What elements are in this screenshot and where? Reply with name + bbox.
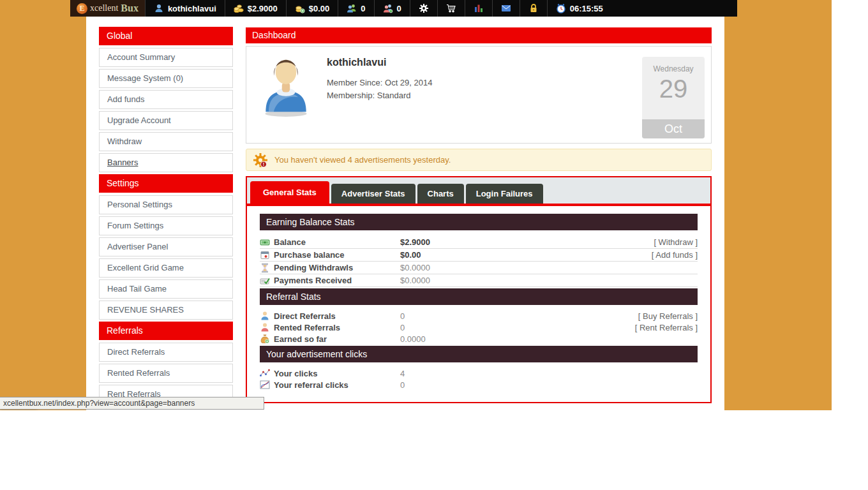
pending-withdrawals-value: $0.0000 <box>400 263 430 272</box>
cart-icon <box>446 3 456 13</box>
sidebar-item-banners[interactable]: Banners <box>99 153 233 172</box>
mail-icon <box>501 3 511 13</box>
payments-received-row: Payments Received $0.0000 <box>260 274 698 287</box>
tab-charts[interactable]: Charts <box>417 184 464 204</box>
referral-clicks-value: 0 <box>400 380 405 390</box>
notice-text: You haven't viewed 4 advertisements yest… <box>274 155 451 165</box>
logo-suffix: Bux <box>121 3 138 14</box>
earned-so-far-value: 0.0000 <box>400 334 426 344</box>
gear-icon <box>419 3 429 13</box>
calendar-weekday: Wednesday <box>642 64 705 73</box>
ad-clicks-header: Your advertisement clicks <box>260 346 698 362</box>
notice-bar: ! You haven't viewed 4 advertisements ye… <box>246 149 712 171</box>
calendar-widget: Wednesday 29 Oct <box>642 57 705 138</box>
topbar-settings[interactable] <box>410 0 437 17</box>
sidebar-item-add-funds[interactable]: Add funds <box>99 90 233 109</box>
earned-so-far-label: Earned so far <box>274 334 400 344</box>
payments-received-value: $0.0000 <box>400 276 430 285</box>
purchase-balance-row: Purchase balance $0.00 [ Add funds ] <box>260 249 698 262</box>
sidebar-section-settings: Settings <box>99 174 233 193</box>
profile-username: kothichlavui <box>327 57 386 68</box>
buy-referrals-link[interactable]: [ Buy Referrals ] <box>638 311 698 321</box>
referral-clicks-label: Your referral clicks <box>274 380 400 390</box>
person-red-icon <box>260 322 270 332</box>
your-clicks-label: Your clicks <box>274 369 400 378</box>
site-logo[interactable]: ExcellentBux <box>70 0 145 17</box>
withdraw-link[interactable]: [ Withdraw ] <box>654 237 698 247</box>
ad-clicks-table: Your clicks 4 Your referral clicks 0 <box>260 368 698 390</box>
referral-stats-header: Referral Stats <box>260 288 698 305</box>
hourglass-icon <box>260 263 270 273</box>
pending-withdrawals-label: Pending Withdrawls <box>274 263 400 272</box>
earning-balance-label: $2.9000 <box>248 4 278 13</box>
sidebar-item-revenue-shares[interactable]: REVENUE SHARES <box>99 301 233 320</box>
balance-value: $2.9000 <box>400 237 430 247</box>
sidebar-item-head-tail-game[interactable]: Head Tail Game <box>99 279 233 299</box>
logo-icon: E <box>77 3 87 14</box>
username-label: kothichlavui <box>168 4 216 13</box>
rented-referrals-count: 0 <box>397 4 401 13</box>
page-title: Dashboard <box>246 27 712 43</box>
sidebar-item-message-system[interactable]: Message System (0) <box>99 69 233 88</box>
rented-referrals-value: 0 <box>400 323 405 332</box>
tab-login-failures[interactable]: Login Failures <box>466 184 543 204</box>
topbar-messages[interactable] <box>492 0 520 17</box>
purchase-icon <box>260 250 270 260</box>
money-bag-icon <box>260 334 270 344</box>
sidebar-item-excellent-grid-game[interactable]: Excellent Grid Game <box>99 258 233 278</box>
payments-received-icon <box>260 276 270 286</box>
topbar-purchase-balance[interactable]: $0.00 <box>286 0 338 17</box>
payments-received-label: Payments Received <box>274 276 400 285</box>
lock-icon <box>528 3 539 13</box>
sidebar-item-account-summary[interactable]: Account Summary <box>99 48 233 67</box>
topbar-clock: 06:15:55 <box>547 0 611 17</box>
pending-withdrawals-row: Pending Withdrawls $0.0000 <box>260 262 698 274</box>
topbar-security[interactable] <box>520 0 547 17</box>
earning-stats-table: Balance $2.9000 [ Withdraw ] Purchase ba… <box>260 236 698 287</box>
bar-chart-icon <box>474 3 484 13</box>
balance-label: Balance <box>274 237 400 247</box>
earned-so-far-row: Earned so far 0.0000 <box>260 333 698 345</box>
sidebar-item-advertiser-panel[interactable]: Advertiser Panel <box>99 237 233 256</box>
content-wrapper: Global Account Summary Message System (0… <box>86 17 724 410</box>
topbar-stats[interactable] <box>465 0 492 17</box>
sidebar-section-referrals: Referrals <box>99 322 233 340</box>
topbar-rented-referrals[interactable]: 0 <box>374 0 410 17</box>
purchase-balance-label: $0.00 <box>309 4 330 13</box>
profile-membership: Membership: Standard <box>327 91 411 100</box>
rent-referrals-link[interactable]: [ Rent Referrals ] <box>635 323 698 332</box>
tab-general-stats[interactable]: General Stats <box>250 181 329 204</box>
person-blue-icon <box>260 311 270 321</box>
svg-text:!: ! <box>263 161 265 167</box>
logo-text: xcellent <box>90 3 118 13</box>
topbar-earning-balance[interactable]: $2.9000 <box>225 0 286 17</box>
stats-panel: General Stats Advertiser Stats Charts Lo… <box>246 176 712 403</box>
sidebar-item-personal-settings[interactable]: Personal Settings <box>99 195 233 214</box>
tab-strip: General Stats Advertiser Stats Charts Lo… <box>247 177 710 206</box>
profile-card: kothichlavui Member Since: Oct 29, 2014 … <box>246 46 712 144</box>
sidebar-item-forum-settings[interactable]: Forum Settings <box>99 216 233 235</box>
rented-referrals-row: Rented Referrals 0 [ Rent Referrals ] <box>260 322 698 333</box>
topbar-cart[interactable] <box>437 0 465 17</box>
sidebar-item-rented-referrals[interactable]: Rented Referrals <box>99 364 233 383</box>
profile-member-since: Member Since: Oct 29, 2014 <box>327 78 432 87</box>
balance-row: Balance $2.9000 [ Withdraw ] <box>260 236 698 249</box>
sidebar-item-upgrade-account[interactable]: Upgrade Account <box>99 111 233 130</box>
sidebar-item-direct-referrals[interactable]: Direct Referrals <box>99 343 233 362</box>
direct-referrals-label: Direct Referrals <box>274 311 400 321</box>
topbar-username[interactable]: kothichlavui <box>145 0 225 17</box>
tab-advertiser-stats[interactable]: Advertiser Stats <box>331 184 415 204</box>
topbar-direct-referrals[interactable]: 0 <box>338 0 373 17</box>
user-icon <box>154 3 164 13</box>
purchase-balance-value: $0.00 <box>400 250 421 260</box>
referral-clicks-chart-icon <box>260 380 270 390</box>
calendar-month: Oct <box>642 119 705 138</box>
purchase-balance-label: Purchase balance <box>274 250 400 260</box>
clicks-sparkline-icon <box>260 368 270 378</box>
main-column: Dashboard kothichlavui Member Since: Oct… <box>246 27 712 403</box>
link-status-tooltip: xcellentbux.net/index.php?view=account&p… <box>0 397 264 410</box>
add-funds-link[interactable]: [ Add funds ] <box>652 250 698 260</box>
your-clicks-value: 4 <box>400 369 405 378</box>
browser-viewport: ExcellentBux kothichlavui $2.9000 $0.00 … <box>0 0 832 410</box>
sidebar-item-withdraw[interactable]: Withdraw <box>99 132 233 151</box>
